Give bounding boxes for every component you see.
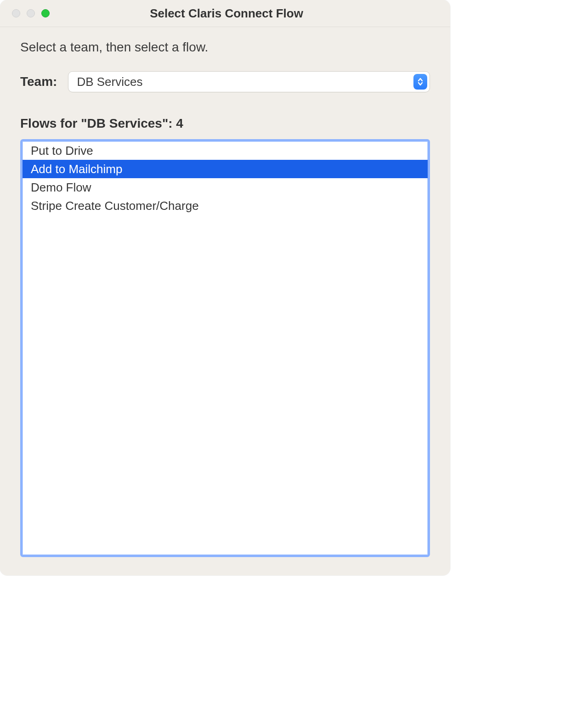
close-window-button[interactable] xyxy=(12,9,20,17)
team-row: Team: DB Services xyxy=(20,71,430,92)
chevron-up-down-icon xyxy=(413,74,427,90)
window-controls xyxy=(0,9,76,17)
dialog-window: Select Claris Connect Flow Select a team… xyxy=(0,0,450,575)
minimize-window-button[interactable] xyxy=(27,9,35,17)
team-label: Team: xyxy=(20,74,57,89)
zoom-window-button[interactable] xyxy=(41,9,50,17)
window-title: Select Claris Connect Flow xyxy=(76,6,450,21)
flow-option[interactable]: Demo Flow xyxy=(23,178,428,197)
flows-heading: Flows for "DB Services": 4 xyxy=(20,116,430,131)
flow-option[interactable]: Add to Mailchimp xyxy=(23,160,428,178)
instruction-text: Select a team, then select a flow. xyxy=(20,40,430,55)
flow-option[interactable]: Put to Drive xyxy=(23,141,428,160)
titlebar: Select Claris Connect Flow xyxy=(0,0,450,27)
flows-listbox[interactable]: Put to DriveAdd to MailchimpDemo FlowStr… xyxy=(20,139,430,557)
team-select-value: DB Services xyxy=(77,75,142,89)
flow-option[interactable]: Stripe Create Customer/Charge xyxy=(23,197,428,215)
team-select[interactable]: DB Services xyxy=(68,71,430,92)
dialog-content: Select a team, then select a flow. Team:… xyxy=(0,27,450,575)
